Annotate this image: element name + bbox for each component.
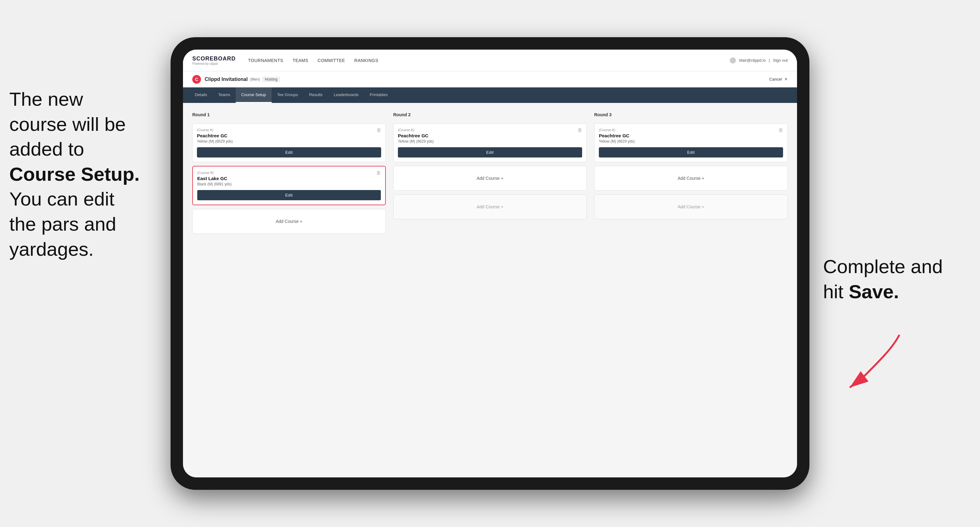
nav-teams[interactable]: TEAMS (293, 58, 308, 63)
annotation-arrow-right (837, 329, 912, 390)
tab-teams[interactable]: Teams (213, 87, 236, 103)
tournament-name: Clippd Invitational (205, 76, 248, 82)
round-1-course-b-edit-button[interactable]: Edit (197, 190, 381, 200)
round-2-add-course-card[interactable]: Add Course + (393, 166, 587, 190)
nav-rankings[interactable]: RANKINGS (355, 58, 379, 63)
tab-leaderboards[interactable]: Leaderboards (328, 87, 364, 103)
round-2-add-course-text: Add Course + (477, 176, 503, 181)
round-2-add-course-disabled-text: Add Course + (477, 204, 503, 209)
tab-printables[interactable]: Printables (364, 87, 393, 103)
round-1-column: Round 1 🗑 (Course A) Peachtree GC Yellow… (192, 112, 386, 234)
round-2-course-a-name: Peachtree GC (398, 133, 582, 138)
round-3-course-a-tee: Yellow (M) (6629 yds) (599, 139, 783, 143)
round-1-course-b-card: 🗑 (Course B) East Lake GC Black (M) (689… (192, 166, 386, 205)
round-1-header: Round 1 (192, 112, 386, 117)
main-content: Round 1 🗑 (Course A) Peachtree GC Yellow… (183, 103, 797, 478)
round-3-add-course-text: Add Course + (678, 176, 704, 181)
top-nav: SCOREBOARD Powered by clippd TOURNAMENTS… (183, 49, 797, 71)
round-3-add-course-card[interactable]: Add Course + (594, 166, 788, 190)
user-avatar (730, 57, 736, 63)
sub-header: C Clippd Invitational (Men) Hosting Canc… (183, 71, 797, 87)
round-2-add-course-disabled-card: Add Course + (393, 194, 587, 219)
round-1-add-course-card[interactable]: Add Course + (192, 209, 386, 234)
logo-subtitle: Powered by clippd (192, 62, 236, 65)
round-1-course-b-tee: Black (M) (6891 yds) (197, 182, 381, 186)
scoreboard-logo: SCOREBOARD Powered by clippd (192, 56, 236, 65)
round-2-course-a-label: (Course A) (398, 128, 582, 132)
tournament-gender-badge: (Men) (250, 77, 260, 81)
round-2-course-a-card: 🗑 (Course A) Peachtree GC Yellow (M) (66… (393, 123, 587, 162)
user-email: blair@clippd.io (739, 58, 765, 63)
top-nav-links: TOURNAMENTS TEAMS COMMITTEE RANKINGS (248, 58, 730, 63)
round-1-course-b-label: (Course B) (197, 171, 381, 175)
tab-course-setup[interactable]: Course Setup (236, 87, 272, 103)
round-1-course-a-edit-button[interactable]: Edit (197, 147, 381, 157)
round-1-course-a-tee: Yellow (M) (6629 yds) (197, 139, 381, 143)
round-1-course-a-name: Peachtree GC (197, 133, 381, 138)
nav-tournaments[interactable]: TOURNAMENTS (248, 58, 283, 63)
sub-header-actions: Cancel ✕ (769, 77, 788, 81)
rounds-grid: Round 1 🗑 (Course A) Peachtree GC Yellow… (192, 112, 788, 234)
round-2-column: Round 2 🗑 (Course A) Peachtree GC Yellow… (393, 112, 587, 234)
round-2-course-a-tee: Yellow (M) (6629 yds) (398, 139, 582, 143)
close-icon[interactable]: ✕ (784, 77, 788, 81)
round-1-add-course-text: Add Course + (276, 219, 302, 224)
round-3-header: Round 3 (594, 112, 788, 117)
round-1-course-a-label: (Course A) (197, 128, 381, 132)
round-3-column: Round 3 🗑 (Course A) Peachtree GC Yellow… (594, 112, 788, 234)
round-3-course-a-delete-icon[interactable]: 🗑 (778, 127, 784, 133)
tab-details[interactable]: Details (189, 87, 213, 103)
round-1-course-a-delete-icon[interactable]: 🗑 (376, 127, 382, 133)
round-1-course-b-delete-icon[interactable]: 🗑 (376, 170, 382, 176)
tablet-frame: SCOREBOARD Powered by clippd TOURNAMENTS… (170, 37, 810, 490)
tablet-screen: SCOREBOARD Powered by clippd TOURNAMENTS… (183, 49, 797, 478)
nav-committee[interactable]: COMMITTEE (318, 58, 345, 63)
logo-title: SCOREBOARD (192, 56, 236, 62)
round-2-header: Round 2 (393, 112, 587, 117)
round-2-course-a-delete-icon[interactable]: 🗑 (577, 127, 583, 133)
tab-bar: Details Teams Course Setup Tee Groups Re… (183, 87, 797, 103)
left-annotation: The new course will be added to Course S… (9, 87, 140, 262)
right-annotation: Complete and hit Save. (823, 254, 943, 304)
brand-logo: C (192, 75, 201, 84)
round-1-course-a-card: 🗑 (Course A) Peachtree GC Yellow (M) (66… (192, 123, 386, 162)
tab-results[interactable]: Results (304, 87, 328, 103)
round-2-course-a-edit-button[interactable]: Edit (398, 147, 582, 157)
round-1-course-b-name: East Lake GC (197, 176, 381, 181)
round-3-course-a-card: 🗑 (Course A) Peachtree GC Yellow (M) (66… (594, 123, 788, 162)
round-3-add-course-disabled-text: Add Course + (678, 204, 704, 209)
round-3-course-a-name: Peachtree GC (599, 133, 783, 138)
cancel-button[interactable]: Cancel (769, 77, 782, 81)
round-3-course-a-edit-button[interactable]: Edit (599, 147, 783, 157)
tab-tee-groups[interactable]: Tee Groups (272, 87, 304, 103)
sign-out-link[interactable]: Sign out (773, 58, 788, 63)
top-nav-right: blair@clippd.io | Sign out (730, 57, 788, 63)
round-3-add-course-disabled-card: Add Course + (594, 194, 788, 219)
round-3-course-a-label: (Course A) (599, 128, 783, 132)
hosting-badge: Hosting (262, 76, 280, 82)
